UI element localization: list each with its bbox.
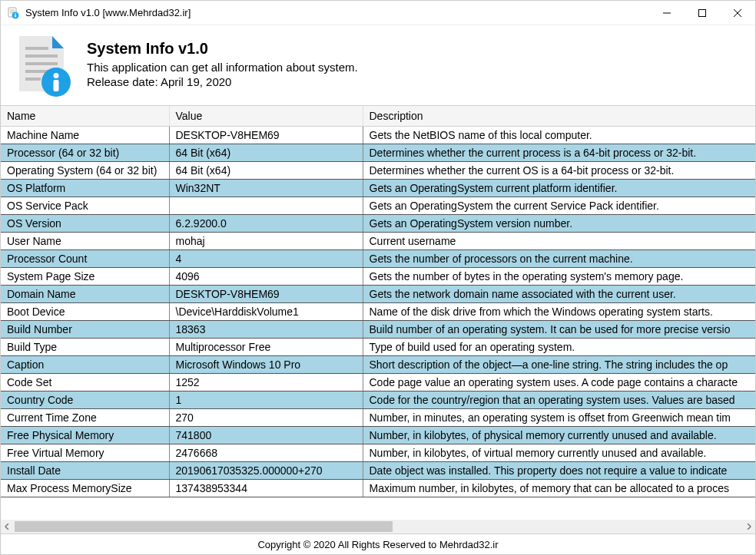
table-row[interactable]: Free Virtual Memory2476668Number, in kil…	[1, 444, 755, 461]
cell-name: Operating System (64 or 32 bit)	[1, 161, 169, 179]
cell-name: OS Platform	[1, 179, 169, 197]
svg-rect-17	[54, 73, 59, 78]
header-panel: System Info v1.0 This application can ge…	[1, 25, 755, 105]
cell-description: Code page value an operating system uses…	[363, 373, 755, 391]
scroll-left-arrow[interactable]	[1, 520, 15, 534]
cell-name: Free Virtual Memory	[1, 444, 169, 461]
cell-value: 4	[169, 249, 363, 267]
cell-value: 270	[169, 408, 363, 426]
minimize-button[interactable]	[649, 1, 685, 25]
cell-value	[169, 197, 363, 214]
cell-description: Gets the number of processors on the cur…	[363, 249, 755, 267]
table-row[interactable]: Free Physical Memory741800Number, in kil…	[1, 426, 755, 444]
cell-value: 18363	[169, 320, 363, 338]
table-row[interactable]: System Page Size4096Gets the number of b…	[1, 267, 755, 285]
table-row[interactable]: OS Version6.2.9200.0Gets an OperatingSys…	[1, 214, 755, 232]
cell-name: Free Physical Memory	[1, 426, 169, 444]
cell-name: Country Code	[1, 391, 169, 408]
scroll-right-arrow[interactable]	[741, 520, 755, 534]
cell-value: 4096	[169, 267, 363, 285]
cell-name: Build Number	[1, 320, 169, 338]
cell-name: Boot Device	[1, 302, 169, 320]
table-row[interactable]: Current Time Zone270Number, in minutes, …	[1, 408, 755, 426]
cell-name: Processor (64 or 32 bit)	[1, 144, 169, 161]
table-row[interactable]: Machine NameDESKTOP-V8HEM69Gets the NetB…	[1, 126, 755, 144]
table-row[interactable]: Processor Count4Gets the number of proce…	[1, 249, 755, 267]
table-row[interactable]: OS Service PackGets an OperatingSystem t…	[1, 197, 755, 214]
table-row[interactable]: Boot Device\Device\HarddiskVolume1Name o…	[1, 302, 755, 320]
cell-name: Code Set	[1, 373, 169, 391]
cell-description: Gets the NetBIOS name of this local comp…	[363, 126, 755, 144]
cell-description: Determines whether the current OS is a 6…	[363, 161, 755, 179]
cell-name: Domain Name	[1, 285, 169, 302]
column-header-name[interactable]: Name	[1, 106, 169, 126]
table-row[interactable]: Max Process MemorySize137438953344Maximu…	[1, 479, 755, 497]
cell-value: DESKTOP-V8HEM69	[169, 126, 363, 144]
scroll-thumb[interactable]	[15, 521, 393, 532]
cell-description: Type of build used for an operating syst…	[363, 338, 755, 355]
cell-name: Processor Count	[1, 249, 169, 267]
app-subtitle: This application can get all information…	[87, 61, 358, 74]
scroll-track[interactable]	[15, 520, 741, 534]
header-text: System Info v1.0 This application can ge…	[87, 40, 358, 90]
cell-value: 6.2.9200.0	[169, 214, 363, 232]
table-row[interactable]: OS PlatformWin32NTGets an OperatingSyste…	[1, 179, 755, 197]
cell-description: Name of the disk drive from which the Wi…	[363, 302, 755, 320]
cell-value: DESKTOP-V8HEM69	[169, 285, 363, 302]
column-header-value[interactable]: Value	[169, 106, 363, 126]
table-row[interactable]: Build Number18363Build number of an oper…	[1, 320, 755, 338]
cell-description: Gets an OperatingSystem version number.	[363, 214, 755, 232]
table-row[interactable]: Processor (64 or 32 bit)64 Bit (x64)Dete…	[1, 144, 755, 161]
cell-description: Gets an OperatingSystem current platform…	[363, 179, 755, 197]
cell-description: Maximum number, in kilobytes, of memory …	[363, 479, 755, 497]
cell-description: Number, in kilobytes, of physical memory…	[363, 426, 755, 444]
cell-description: Short description of the object—a one-li…	[363, 355, 755, 373]
data-grid: Name Value Description Machine NameDESKT…	[1, 105, 755, 534]
cell-value: 137438953344	[169, 479, 363, 497]
table-row[interactable]: Install Date20190617035325.000000+270Dat…	[1, 461, 755, 479]
app-large-icon	[10, 31, 71, 97]
cell-name: Max Process MemorySize	[1, 479, 169, 497]
cell-value: Microsoft Windows 10 Pro	[169, 355, 363, 373]
cell-name: Current Time Zone	[1, 408, 169, 426]
cell-name: Machine Name	[1, 126, 169, 144]
cell-name: System Page Size	[1, 267, 169, 285]
table-row[interactable]: Domain NameDESKTOP-V8HEM69Gets the netwo…	[1, 285, 755, 302]
cell-value: Win32NT	[169, 179, 363, 197]
cell-name: Install Date	[1, 461, 169, 479]
table-row[interactable]: Build TypeMultiprocessor FreeType of bui…	[1, 338, 755, 355]
table-row[interactable]: Operating System (64 or 32 bit)64 Bit (x…	[1, 161, 755, 179]
window-title: System Info v1.0 [www.Mehrdad32.ir]	[25, 7, 649, 18]
app-title: System Info v1.0	[87, 40, 358, 58]
cell-name: Caption	[1, 355, 169, 373]
table-header-row: Name Value Description	[1, 106, 755, 126]
cell-value: 741800	[169, 426, 363, 444]
table-row[interactable]: User NamemohajCurrent username	[1, 232, 755, 249]
horizontal-scrollbar[interactable]	[1, 520, 755, 534]
cell-value: Multiprocessor Free	[169, 338, 363, 355]
table-row[interactable]: Code Set1252Code page value an operating…	[1, 373, 755, 391]
cell-value: 64 Bit (x64)	[169, 161, 363, 179]
app-release-date: Release date: April 19, 2020	[87, 75, 358, 88]
cell-name: User Name	[1, 232, 169, 249]
window-controls	[649, 1, 755, 25]
cell-description: Gets an OperatingSystem the current Serv…	[363, 197, 755, 214]
cell-value: 20190617035325.000000+270	[169, 461, 363, 479]
cell-name: OS Service Pack	[1, 197, 169, 214]
maximize-button[interactable]	[685, 1, 720, 25]
table-row[interactable]: CaptionMicrosoft Windows 10 ProShort des…	[1, 355, 755, 373]
table-row[interactable]: Country Code1Code for the country/region…	[1, 391, 755, 408]
close-button[interactable]	[720, 1, 755, 25]
svg-rect-8	[699, 9, 706, 16]
cell-value: 1	[169, 391, 363, 408]
svg-rect-18	[54, 80, 59, 91]
cell-description: Determines whether the current process i…	[363, 144, 755, 161]
column-header-description[interactable]: Description	[363, 106, 755, 126]
cell-description: Number, in kilobytes, of virtual memory …	[363, 444, 755, 461]
cell-description: Build number of an operating system. It …	[363, 320, 755, 338]
cell-description: Gets the number of bytes in the operatin…	[363, 267, 755, 285]
cell-value: 64 Bit (x64)	[169, 144, 363, 161]
cell-name: OS Version	[1, 214, 169, 232]
cell-name: Build Type	[1, 338, 169, 355]
cell-value: mohaj	[169, 232, 363, 249]
